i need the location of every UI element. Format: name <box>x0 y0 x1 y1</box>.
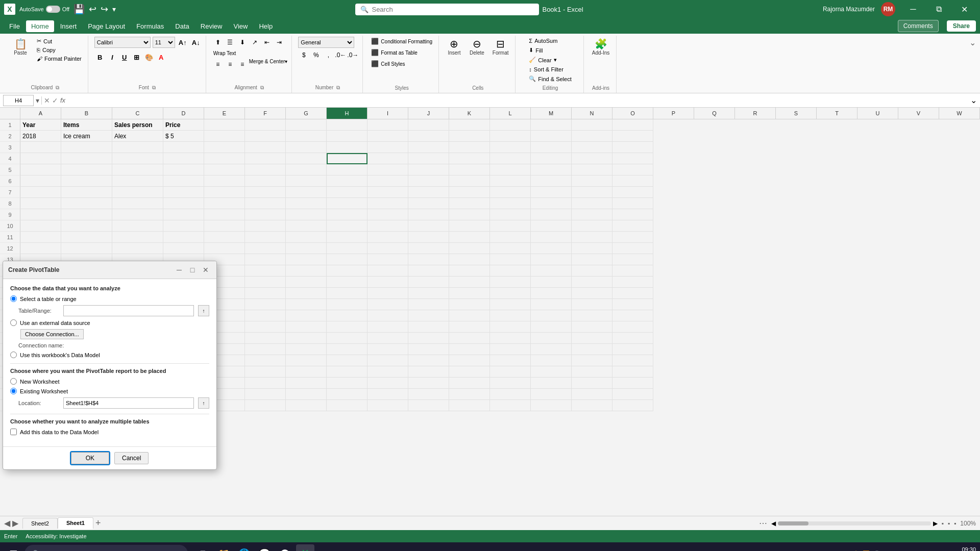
cell-B4[interactable] <box>61 153 112 164</box>
cell-B6[interactable] <box>61 176 112 187</box>
cell-F19[interactable] <box>245 321 286 333</box>
chrome-button[interactable]: ⬤ <box>276 544 294 551</box>
comments-button[interactable]: Comments <box>898 20 939 32</box>
row-number-11[interactable]: 11 <box>0 232 20 243</box>
cell-D1[interactable]: Price <box>163 119 204 131</box>
cell-C4[interactable] <box>112 153 163 164</box>
cell-I24[interactable] <box>368 378 408 389</box>
copy-button[interactable]: ⎘ Copy <box>35 46 84 54</box>
cell-H8[interactable] <box>327 198 368 209</box>
cell-C3[interactable] <box>112 142 163 153</box>
select-table-radio[interactable] <box>10 295 17 302</box>
share-button[interactable]: Share <box>947 20 976 32</box>
cell-G9[interactable] <box>286 209 327 220</box>
more-options-icon[interactable]: ⋯ <box>759 518 767 528</box>
menu-data[interactable]: Data <box>170 20 194 32</box>
cell-I26[interactable] <box>368 400 408 411</box>
insert-button[interactable]: ⊕ Insert <box>445 37 463 57</box>
cell-L24[interactable] <box>490 378 531 389</box>
cell-M21[interactable] <box>531 344 572 355</box>
normal-view-button[interactable]: ▪ <box>942 520 944 527</box>
col-header-I[interactable]: I <box>368 108 408 119</box>
cell-C9[interactable] <box>112 209 163 220</box>
cell-G23[interactable] <box>286 366 327 378</box>
cell-J1[interactable] <box>408 119 449 131</box>
cell-G10[interactable] <box>286 220 327 232</box>
cell-D12[interactable] <box>163 243 204 254</box>
cell-L10[interactable] <box>490 220 531 232</box>
autosave-toggle[interactable]: AutoSave Off <box>19 6 69 13</box>
cell-M9[interactable] <box>531 209 572 220</box>
cell-I6[interactable] <box>368 176 408 187</box>
cell-F24[interactable] <box>245 378 286 389</box>
scroll-bar-right[interactable]: ▶ <box>933 520 938 527</box>
cell-G11[interactable] <box>286 232 327 243</box>
cell-D10[interactable] <box>163 220 204 232</box>
cell-N7[interactable] <box>572 187 612 198</box>
cell-A3[interactable] <box>20 142 61 153</box>
cell-N25[interactable] <box>572 389 612 400</box>
cell-E10[interactable] <box>204 220 245 232</box>
cell-O20[interactable] <box>612 333 653 344</box>
cell-B8[interactable] <box>61 198 112 209</box>
cell-H26[interactable] <box>327 400 368 411</box>
cell-H10[interactable] <box>327 220 368 232</box>
cell-J18[interactable] <box>408 310 449 321</box>
search-input[interactable] <box>372 6 525 13</box>
cell-K1[interactable] <box>449 119 490 131</box>
row-number-2[interactable]: 2 <box>0 131 20 142</box>
row-number-7[interactable]: 7 <box>0 187 20 198</box>
menu-review[interactable]: Review <box>195 20 228 32</box>
cell-H15[interactable] <box>327 277 368 288</box>
cell-H25[interactable] <box>327 389 368 400</box>
cell-B5[interactable] <box>61 164 112 176</box>
cell-D5[interactable] <box>163 164 204 176</box>
cell-K3[interactable] <box>449 142 490 153</box>
cell-J11[interactable] <box>408 232 449 243</box>
cell-J4[interactable] <box>408 153 449 164</box>
cell-G3[interactable] <box>286 142 327 153</box>
cell-N9[interactable] <box>572 209 612 220</box>
cell-N12[interactable] <box>572 243 612 254</box>
cell-K5[interactable] <box>449 164 490 176</box>
cell-O1[interactable] <box>612 119 653 131</box>
merge-center-button[interactable]: Merge & Center▾ <box>249 59 288 70</box>
cell-J19[interactable] <box>408 321 449 333</box>
cell-F6[interactable] <box>245 176 286 187</box>
format-painter-button[interactable]: 🖌 Format Painter <box>35 55 84 63</box>
cell-J3[interactable] <box>408 142 449 153</box>
excel-taskbar-button[interactable]: X <box>296 544 314 551</box>
row-number-6[interactable]: 6 <box>0 176 20 187</box>
cell-O23[interactable] <box>612 366 653 378</box>
border-button[interactable]: ⊞ <box>131 52 142 63</box>
cell-I16[interactable] <box>368 288 408 299</box>
cell-B9[interactable] <box>61 209 112 220</box>
italic-button[interactable]: I <box>107 52 118 63</box>
cell-N21[interactable] <box>572 344 612 355</box>
sort-filter-button[interactable]: ↕ Sort & Filter <box>527 65 566 73</box>
cell-F20[interactable] <box>245 333 286 344</box>
cell-K20[interactable] <box>449 333 490 344</box>
cell-N3[interactable] <box>572 142 612 153</box>
cell-N14[interactable] <box>572 265 612 277</box>
scroll-left-icon[interactable]: ◀ <box>4 518 10 528</box>
cell-F18[interactable] <box>245 310 286 321</box>
col-header-C[interactable]: C <box>112 108 163 119</box>
cell-F22[interactable] <box>245 355 286 366</box>
cell-F12[interactable] <box>245 243 286 254</box>
cell-D9[interactable] <box>163 209 204 220</box>
cell-O21[interactable] <box>612 344 653 355</box>
cell-H16[interactable] <box>327 288 368 299</box>
cell-G4[interactable] <box>286 153 327 164</box>
cell-O15[interactable] <box>612 277 653 288</box>
cell-M13[interactable] <box>531 254 572 265</box>
cell-M25[interactable] <box>531 389 572 400</box>
cell-B1[interactable]: Items <box>61 119 112 131</box>
dialog-minimize-button[interactable]: ─ <box>174 264 185 276</box>
cell-F4[interactable] <box>245 153 286 164</box>
cell-F21[interactable] <box>245 344 286 355</box>
start-button[interactable]: ⊞ <box>4 544 22 551</box>
cell-H14[interactable] <box>327 265 368 277</box>
cell-H21[interactable] <box>327 344 368 355</box>
cell-M20[interactable] <box>531 333 572 344</box>
